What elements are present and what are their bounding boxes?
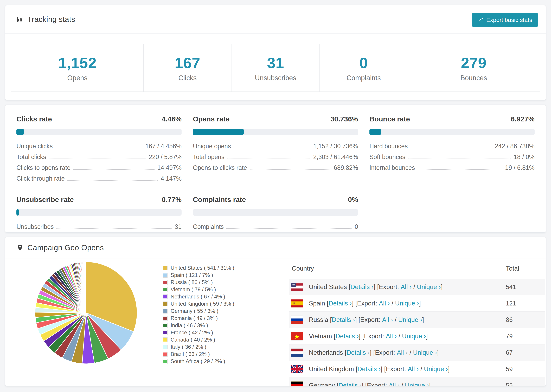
export-all-link[interactable]: All › xyxy=(397,349,408,356)
rate-progress-fill xyxy=(16,129,24,135)
legend-color-marker xyxy=(163,359,168,364)
rate-stat-line: Soft bounces 18 / 0% xyxy=(369,154,535,161)
gb-flag-icon xyxy=(291,365,303,373)
bracket: ] xyxy=(374,283,377,291)
rate-panel-unsubscribe-rate: Unsubscribe rate 0.77% Unsubscribes 31 xyxy=(16,196,182,234)
legend-item-spain: Spain ( 121 / 7% ) xyxy=(163,272,234,279)
campaign-geo-opens-header: Campaign Geo Opens xyxy=(5,237,546,259)
export-basic-stats-button[interactable]: Export basic stats xyxy=(472,13,538,27)
export-all-link[interactable]: All › xyxy=(389,382,400,386)
bracket: [ xyxy=(335,382,339,386)
rate-stat-line: Unsubscribes 31 xyxy=(16,223,182,230)
geo-table-body: United States [Details ›] [Export: All ›… xyxy=(289,279,545,386)
geo-table-row-russia: Russia [Details ›] [Export: All › / Uniq… xyxy=(289,311,545,328)
rate-title: Unsubscribe rate xyxy=(16,196,74,204)
details-link[interactable]: Details › xyxy=(357,365,381,373)
rate-stat-value: 1,152 / 30.736% xyxy=(313,143,358,150)
rate-stat-label: Total clicks xyxy=(16,154,46,161)
country-name: United States xyxy=(309,283,347,291)
bracket: ] xyxy=(441,283,443,291)
rate-stat-line: Hard bounces 242 / 86.738% xyxy=(369,143,535,150)
dotted-leader xyxy=(410,148,492,148)
export-unique-link[interactable]: Unique › xyxy=(402,333,426,340)
bracket: ] xyxy=(419,300,421,307)
dotted-leader xyxy=(57,228,172,229)
export-unique-link[interactable]: Unique › xyxy=(413,349,437,356)
legend-label: United Kingdom ( 59 / 3% ) xyxy=(171,301,234,307)
export-all-link[interactable]: All › xyxy=(386,333,397,340)
dotted-leader xyxy=(227,159,311,159)
legend-color-marker xyxy=(163,273,168,278)
details-link[interactable]: Details › xyxy=(339,382,362,386)
export-unique-link[interactable]: Unique › xyxy=(395,300,419,307)
rate-progress-track xyxy=(369,129,535,135)
legend-color-marker xyxy=(163,316,168,321)
stat-value: 279 xyxy=(461,54,487,72)
rate-value: 0% xyxy=(348,196,358,204)
rate-stat-label: Unsubscribes xyxy=(16,223,54,230)
legend-item-germany: Germany ( 55 / 3% ) xyxy=(163,308,234,315)
export-all-link[interactable]: All › xyxy=(382,316,393,323)
rate-title: Opens rate xyxy=(193,115,229,123)
rate-value: 30.736% xyxy=(330,115,358,123)
country-cell: United Kingdom [Details ›] [Export: All … xyxy=(289,365,506,373)
export-all-link[interactable]: All › xyxy=(408,365,419,373)
country-name: Germany xyxy=(309,382,335,386)
export-basic-stats-label: Export basic stats xyxy=(486,17,532,23)
tracking-stats-title: Tracking stats xyxy=(16,15,75,24)
bracket: ] xyxy=(381,365,384,373)
details-link[interactable]: Details › xyxy=(329,300,352,307)
stat-cell-clicks: 167Clicks xyxy=(143,44,232,91)
export-unique-link[interactable]: Unique › xyxy=(398,316,422,323)
legend-item-south-africa: South Africa ( 29 / 2% ) xyxy=(163,358,234,365)
rate-title-row: Unsubscribe rate 0.77% xyxy=(16,196,182,204)
rate-stat-value: 167 / 4.456% xyxy=(145,143,182,150)
tracking-stats-title-text: Tracking stats xyxy=(27,15,75,24)
rate-stat-label: Click through rate xyxy=(16,175,65,182)
rate-stat-label: Total opens xyxy=(193,154,224,161)
rate-stat-line: Complaints 0 xyxy=(193,223,358,230)
country-name: Netherlands xyxy=(309,349,343,356)
legend-label: Spain ( 121 / 7% ) xyxy=(171,272,213,278)
export-unique-link[interactable]: Unique › xyxy=(405,382,429,386)
legend-item-netherlands: Netherlands ( 67 / 4% ) xyxy=(163,293,234,300)
rate-title-row: Opens rate 30.736% xyxy=(193,115,358,123)
details-link[interactable]: Details › xyxy=(350,283,374,291)
bracket: ] xyxy=(370,349,373,356)
rate-stat-label: Clicks to opens rate xyxy=(16,164,71,171)
stat-value: 0 xyxy=(359,54,368,72)
bracket: [ xyxy=(347,283,350,291)
rate-stat-value: 18 / 0% xyxy=(514,154,535,161)
total-cell: 121 xyxy=(506,300,545,307)
dotted-leader xyxy=(408,159,511,159)
bracket: ] xyxy=(355,316,359,323)
country-cell: Russia [Details ›] [Export: All › / Uniq… xyxy=(289,316,506,324)
tracking-stats-header: Tracking stats Export basic stats xyxy=(5,5,546,34)
rate-panel-opens-rate: Opens rate 30.736% Unique opens 1,152 / … xyxy=(193,115,358,186)
geo-opens-pie-chart[interactable] xyxy=(31,258,141,368)
total-cell: 67 xyxy=(506,349,545,356)
details-link[interactable]: Details › xyxy=(336,333,359,340)
export-prefix: [Export: xyxy=(384,365,408,373)
bracket: ] xyxy=(352,300,355,307)
dotted-leader xyxy=(234,148,311,148)
export-all-link[interactable]: All › xyxy=(379,300,390,307)
legend-label: Russia ( 86 / 5% ) xyxy=(171,279,213,286)
export-unique-link[interactable]: Unique › xyxy=(424,365,448,373)
details-link[interactable]: Details › xyxy=(332,316,355,323)
total-column-header: Total xyxy=(506,265,545,272)
rates-grid: Clicks rate 4.46% Unique clicks 167 / 4.… xyxy=(5,105,546,234)
vn-flag-icon xyxy=(291,332,303,340)
rate-stat-label: Complaints xyxy=(193,223,224,230)
stat-cell-complaints: 0Complaints xyxy=(319,44,408,91)
rate-stat-value: 4.147% xyxy=(161,175,182,182)
legend-label: Netherlands ( 67 / 4% ) xyxy=(171,294,225,300)
rate-title-row: Bounce rate 6.927% xyxy=(369,115,535,123)
link-separator: / xyxy=(408,349,413,356)
details-link[interactable]: Details › xyxy=(346,349,370,356)
legend-color-marker xyxy=(163,330,168,335)
export-unique-link[interactable]: Unique › xyxy=(417,283,441,291)
rate-stat-line: Click through rate 4.147% xyxy=(16,175,182,182)
rate-title-row: Complaints rate 0% xyxy=(193,196,358,204)
export-all-link[interactable]: All › xyxy=(401,283,412,291)
